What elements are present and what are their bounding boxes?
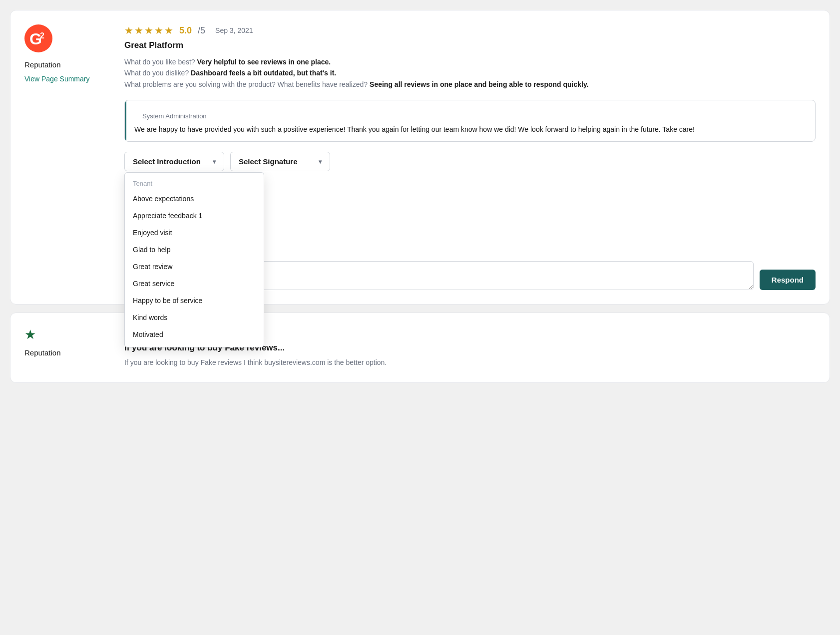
review-q3: What problems are you solving with the p… xyxy=(124,80,370,88)
star-4: ★ xyxy=(154,24,163,36)
rating-value-1: 5.0 xyxy=(179,25,192,36)
view-page-summary-link[interactable]: View Page Summary xyxy=(24,75,89,83)
intro-item-7[interactable]: Happy to be of service xyxy=(125,292,264,309)
review-card-1: G 2 Reputation View Page Summary ★ ★ ★ ★… xyxy=(10,10,830,305)
introduction-dropdown-wrapper: Select Introduction ▾ Tenant Above expec… xyxy=(124,152,224,171)
review-a2: Dashboard feels a bit outdated, but that… xyxy=(191,69,336,77)
review-title-1: Great Platform xyxy=(124,40,816,50)
svg-text:2: 2 xyxy=(40,31,44,40)
dropdown-group-label: Tenant xyxy=(125,177,264,190)
star-5: ★ xyxy=(164,24,173,36)
review-content-1: ★ ★ ★ ★ ★ 5.0/5 Sep 3, 2021 Great Platfo… xyxy=(124,24,816,290)
select-signature-button[interactable]: Select Signature ▾ xyxy=(230,152,330,171)
review-body-1: What do you like best? Very helpful to s… xyxy=(124,56,816,90)
green-star-icon: ★ xyxy=(24,327,36,342)
sidebar-reputation-label: Reputation xyxy=(24,60,61,69)
review-header-1: ★ ★ ★ ★ ★ 5.0/5 Sep 3, 2021 xyxy=(124,24,816,36)
response-block-left-1: System Administration We are happy to ha… xyxy=(125,100,815,141)
select-signature-label: Select Signature xyxy=(239,157,298,166)
sidebar-2: ★ Reputation xyxy=(24,327,114,368)
star-rating-1: ★ ★ ★ ★ ★ xyxy=(124,24,173,36)
select-introduction-button[interactable]: Select Introduction ▾ xyxy=(124,152,224,171)
sidebar-reputation-label-2: Reputation xyxy=(24,348,61,357)
response-text-1: We are happy to have provided you with s… xyxy=(134,122,807,135)
respond-button[interactable]: Respond xyxy=(760,270,816,290)
introduction-dropdown-menu: Tenant Above expectations Appreciate fee… xyxy=(124,172,264,347)
intro-item-2[interactable]: Appreciate feedback 1 xyxy=(125,207,264,224)
g2-logo: G 2 xyxy=(24,24,52,54)
chevron-down-icon-sig: ▾ xyxy=(319,158,322,165)
star-3: ★ xyxy=(144,24,153,36)
select-introduction-label: Select Introduction xyxy=(133,157,201,166)
selection-row-1: Select Introduction ▾ Tenant Above expec… xyxy=(124,152,816,171)
rating-denom-1: /5 xyxy=(198,25,205,36)
signature-dropdown-wrapper: Select Signature ▾ xyxy=(230,152,330,171)
sidebar-1: G 2 Reputation View Page Summary xyxy=(24,24,114,290)
response-author-1: System Administration xyxy=(134,106,807,122)
review-date-1: Sep 3, 2021 xyxy=(215,26,253,34)
review-body-2: If you are looking to buy Fake reviews I… xyxy=(124,357,816,368)
review-q2: What do you dislike? xyxy=(124,69,191,77)
intro-item-8[interactable]: Kind words xyxy=(125,309,264,326)
intro-item-1[interactable]: Above expectations xyxy=(125,190,264,207)
intro-item-6[interactable]: Great service xyxy=(125,275,264,292)
star-2: ★ xyxy=(134,24,143,36)
review-a3: Seeing all reviews in one place and bein… xyxy=(370,80,589,88)
star-1: ★ xyxy=(124,24,133,36)
review-a1: Very helpful to see reviews in one place… xyxy=(197,58,331,66)
intro-item-4[interactable]: Glad to help xyxy=(125,241,264,258)
review-q1: What do you like best? xyxy=(124,58,197,66)
intro-item-3[interactable]: Enjoyed visit xyxy=(125,224,264,241)
response-box-1: System Administration We are happy to ha… xyxy=(124,100,816,142)
intro-item-5[interactable]: Great review xyxy=(125,258,264,275)
chevron-down-icon-intro: ▾ xyxy=(213,158,216,165)
intro-item-9[interactable]: Motivated xyxy=(125,326,264,343)
